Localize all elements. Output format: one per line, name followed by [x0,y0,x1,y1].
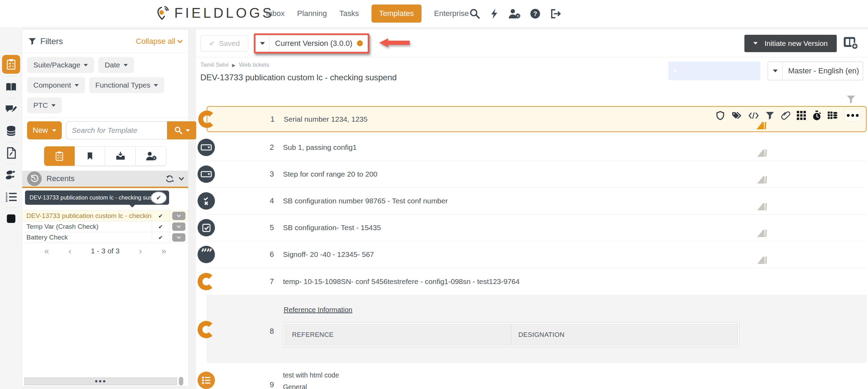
logout-icon[interactable] [550,8,561,19]
row-menu-button[interactable] [172,212,185,220]
sidebar-resize-handle[interactable]: ••• [24,378,177,385]
shield-icon[interactable] [716,111,725,120]
chip-functional-types[interactable]: Functional Types [89,77,164,93]
rail-item-data[interactable] [2,123,20,139]
row-text[interactable]: Serial number 1234, 1235 [284,115,368,123]
table-row[interactable]: 8 Reference Information REFERENCE DESIGN… [207,295,867,363]
row-menu-button[interactable] [172,233,185,242]
sidebar-scrollbar-thumb[interactable] [179,377,183,386]
tab-templates[interactable] [44,146,75,166]
row-number: 1 [263,115,275,124]
help-icon[interactable]: ? [530,8,541,19]
table-row[interactable]: 9 test with html code General [207,368,867,389]
rail-item-numbered-list[interactable]: 123 [2,188,20,205]
rail-item-pdf[interactable] [2,145,20,161]
table-row[interactable]: 5 SB configuration- Test - 15435 [207,214,867,241]
chip-suite-package[interactable]: Suite/Package [27,57,94,73]
rail-item-annotations[interactable] [2,101,20,117]
list-item[interactable]: Temp Var (Crash Check) ✔ [22,221,188,232]
table-header-designation[interactable]: DESIGNATION [511,324,738,346]
rail-item-steps[interactable] [2,167,20,183]
row-text[interactable]: Sub 1, passing config1 [283,143,357,152]
language-selector[interactable]: Master - English (en) [768,62,863,80]
row-text[interactable]: temp- 10-15-1098SN- conf 5456testrefere … [283,277,520,286]
rail-item-checklist[interactable] [2,55,20,74]
row-text[interactable]: SB configuration number 98765 - Test con… [283,197,448,205]
section-badge-icon [198,111,216,128]
recent-item-label[interactable]: DEV-13733 publication custom lc - checki… [22,211,152,221]
check-toggle[interactable]: ✔ [151,192,167,204]
page-last-button[interactable]: » [161,246,166,256]
rail-item-library[interactable] [2,79,20,96]
more-actions-button[interactable] [844,109,861,122]
list-item[interactable]: DEV-13733 publication custom lc - checki… [22,211,188,221]
row-text[interactable]: SB configuration- Test - 15435 [283,224,381,232]
tab-import[interactable] [105,146,136,166]
list-item[interactable]: Battery Check ✔ [22,232,188,243]
chip-component[interactable]: Component [27,77,85,93]
filters-header: Filters Collapse all [22,30,188,50]
paperclip-icon[interactable] [781,111,790,120]
collapse-all-button[interactable]: Collapse all [136,37,182,46]
chip-date[interactable]: Date [98,57,134,73]
tab-assignments[interactable] [136,146,166,166]
list-filter-icon[interactable] [846,95,856,104]
search-icon[interactable] [469,8,480,19]
row-subtext[interactable]: General [283,383,339,389]
chip-ptc[interactable]: PTC [27,97,62,113]
saved-button[interactable]: ✔ Saved [200,35,248,51]
nav-item-planning[interactable]: Planning [297,9,327,18]
table-row[interactable]: 4 SB configuration number 98765 - Test c… [207,188,867,214]
collapse-all-label: Collapse all [136,37,175,46]
chevron-down-icon [124,64,128,66]
nav-item-enterprise[interactable]: Enterprise [434,9,469,18]
nav-item-templates[interactable]: Templates [372,5,422,23]
code-icon[interactable] [748,111,759,120]
initiate-new-version-button[interactable]: Initiate new Version [744,35,837,52]
nav-item-inbox[interactable]: Inbox [266,9,285,18]
search-input[interactable] [66,121,167,139]
tab-bookmarks[interactable] [75,146,105,166]
lightning-icon[interactable] [490,8,499,19]
square-icon [6,213,17,224]
row-text[interactable]: Step for conf range 20 to 200 [283,170,377,178]
refresh-icon[interactable] [165,175,174,183]
stopwatch-icon[interactable] [812,111,821,121]
version-selector[interactable]: Current Version (3.0.0) [254,33,369,54]
row-text[interactable]: test with html code [283,371,339,379]
row-text[interactable]: Signoff- 20 -40 - 12345- 567 [283,250,374,259]
grid-stack-icon[interactable] [828,111,838,120]
recent-item-label[interactable]: Battery Check [22,232,152,243]
search-button[interactable] [167,121,197,139]
brand[interactable]: FIELDLOGS [156,5,274,21]
version-caret[interactable] [256,35,269,52]
breadcrumb-user[interactable]: Tamil Selvi [200,62,228,68]
signoff-quote-badge-icon: ”” [198,246,215,263]
rail-item-board[interactable] [2,210,20,227]
page-first-button[interactable]: « [44,246,49,256]
row-menu-button[interactable] [172,222,185,231]
reference-heading[interactable]: Reference Information [284,306,740,314]
table-row[interactable]: ”” 6 Signoff- 20 -40 - 12345- 567 [207,241,867,268]
filter-icon[interactable] [766,111,774,120]
ramp-icon [756,121,768,131]
table-row[interactable]: 1 Serial number 1234, 1235 [207,106,867,132]
page-next-button[interactable]: › [139,246,142,256]
chevron-down-icon[interactable] [179,175,184,180]
table-row[interactable]: 2 Sub 1, passing config1 [207,134,867,161]
user-settings-icon[interactable] [508,8,520,19]
table-row[interactable]: 3 Step for conf range 20 to 200 [207,161,867,188]
table-header-reference[interactable]: REFERENCE [285,324,511,346]
grid-icon[interactable] [797,111,806,120]
secondary-language-selector[interactable] [668,62,760,80]
tags-icon[interactable] [732,111,742,120]
nav-item-tasks[interactable]: Tasks [339,9,359,18]
new-button[interactable]: New [27,121,62,139]
add-columns-icon[interactable] [843,36,858,51]
table-row[interactable]: 7 temp- 10-15-1098SN- conf 5456testrefer… [207,268,867,295]
page-prev-button[interactable]: ‹ [68,246,71,256]
filter-chips: Suite/Package Date Component Functional … [22,52,188,117]
chevron-down-icon [177,38,183,43]
recent-item-label[interactable]: Temp Var (Crash Check) [22,221,152,232]
breadcrumb-section[interactable]: Web tickets [239,62,269,68]
